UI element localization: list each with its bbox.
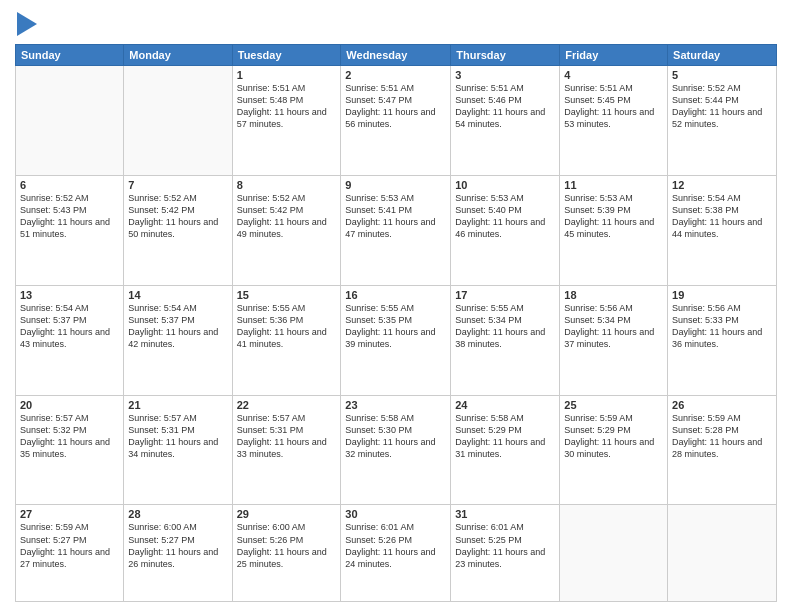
day-number: 22: [237, 399, 337, 411]
calendar-cell: 18Sunrise: 5:56 AM Sunset: 5:34 PM Dayli…: [560, 285, 668, 395]
day-number: 8: [237, 179, 337, 191]
calendar-cell: 21Sunrise: 5:57 AM Sunset: 5:31 PM Dayli…: [124, 395, 232, 505]
calendar-cell: 26Sunrise: 5:59 AM Sunset: 5:28 PM Dayli…: [668, 395, 777, 505]
calendar-cell: [560, 505, 668, 602]
calendar-cell: 1Sunrise: 5:51 AM Sunset: 5:48 PM Daylig…: [232, 66, 341, 176]
day-info: Sunrise: 5:54 AM Sunset: 5:38 PM Dayligh…: [672, 192, 772, 241]
day-number: 1: [237, 69, 337, 81]
calendar-cell: 9Sunrise: 5:53 AM Sunset: 5:41 PM Daylig…: [341, 175, 451, 285]
day-info: Sunrise: 6:00 AM Sunset: 5:27 PM Dayligh…: [128, 521, 227, 570]
day-info: Sunrise: 5:54 AM Sunset: 5:37 PM Dayligh…: [20, 302, 119, 351]
day-number: 16: [345, 289, 446, 301]
calendar-cell: 28Sunrise: 6:00 AM Sunset: 5:27 PM Dayli…: [124, 505, 232, 602]
calendar-cell: 13Sunrise: 5:54 AM Sunset: 5:37 PM Dayli…: [16, 285, 124, 395]
calendar-cell: 16Sunrise: 5:55 AM Sunset: 5:35 PM Dayli…: [341, 285, 451, 395]
day-number: 25: [564, 399, 663, 411]
calendar-week-row: 6Sunrise: 5:52 AM Sunset: 5:43 PM Daylig…: [16, 175, 777, 285]
day-number: 4: [564, 69, 663, 81]
day-header-thursday: Thursday: [451, 45, 560, 66]
calendar-week-row: 1Sunrise: 5:51 AM Sunset: 5:48 PM Daylig…: [16, 66, 777, 176]
calendar-container: SundayMondayTuesdayWednesdayThursdayFrid…: [0, 0, 792, 612]
day-number: 15: [237, 289, 337, 301]
calendar-cell: 14Sunrise: 5:54 AM Sunset: 5:37 PM Dayli…: [124, 285, 232, 395]
day-info: Sunrise: 5:52 AM Sunset: 5:42 PM Dayligh…: [128, 192, 227, 241]
day-number: 27: [20, 508, 119, 520]
day-header-sunday: Sunday: [16, 45, 124, 66]
day-info: Sunrise: 5:55 AM Sunset: 5:34 PM Dayligh…: [455, 302, 555, 351]
day-header-wednesday: Wednesday: [341, 45, 451, 66]
calendar-week-row: 13Sunrise: 5:54 AM Sunset: 5:37 PM Dayli…: [16, 285, 777, 395]
day-info: Sunrise: 5:56 AM Sunset: 5:33 PM Dayligh…: [672, 302, 772, 351]
day-info: Sunrise: 5:59 AM Sunset: 5:29 PM Dayligh…: [564, 412, 663, 461]
day-number: 10: [455, 179, 555, 191]
calendar-cell: 23Sunrise: 5:58 AM Sunset: 5:30 PM Dayli…: [341, 395, 451, 505]
calendar-cell: [124, 66, 232, 176]
calendar-cell: 10Sunrise: 5:53 AM Sunset: 5:40 PM Dayli…: [451, 175, 560, 285]
day-info: Sunrise: 5:53 AM Sunset: 5:40 PM Dayligh…: [455, 192, 555, 241]
day-info: Sunrise: 5:58 AM Sunset: 5:30 PM Dayligh…: [345, 412, 446, 461]
header: [15, 10, 777, 36]
calendar-cell: 30Sunrise: 6:01 AM Sunset: 5:26 PM Dayli…: [341, 505, 451, 602]
day-number: 20: [20, 399, 119, 411]
day-number: 23: [345, 399, 446, 411]
calendar-cell: 7Sunrise: 5:52 AM Sunset: 5:42 PM Daylig…: [124, 175, 232, 285]
calendar-cell: 8Sunrise: 5:52 AM Sunset: 5:42 PM Daylig…: [232, 175, 341, 285]
day-number: 3: [455, 69, 555, 81]
calendar-cell: 2Sunrise: 5:51 AM Sunset: 5:47 PM Daylig…: [341, 66, 451, 176]
calendar-week-row: 27Sunrise: 5:59 AM Sunset: 5:27 PM Dayli…: [16, 505, 777, 602]
day-info: Sunrise: 5:51 AM Sunset: 5:47 PM Dayligh…: [345, 82, 446, 131]
day-number: 18: [564, 289, 663, 301]
day-info: Sunrise: 5:59 AM Sunset: 5:27 PM Dayligh…: [20, 521, 119, 570]
day-info: Sunrise: 5:52 AM Sunset: 5:42 PM Dayligh…: [237, 192, 337, 241]
day-number: 29: [237, 508, 337, 520]
day-header-saturday: Saturday: [668, 45, 777, 66]
day-number: 30: [345, 508, 446, 520]
day-info: Sunrise: 5:53 AM Sunset: 5:41 PM Dayligh…: [345, 192, 446, 241]
calendar-cell: 19Sunrise: 5:56 AM Sunset: 5:33 PM Dayli…: [668, 285, 777, 395]
day-number: 9: [345, 179, 446, 191]
day-info: Sunrise: 5:52 AM Sunset: 5:43 PM Dayligh…: [20, 192, 119, 241]
calendar-cell: 22Sunrise: 5:57 AM Sunset: 5:31 PM Dayli…: [232, 395, 341, 505]
calendar-cell: 15Sunrise: 5:55 AM Sunset: 5:36 PM Dayli…: [232, 285, 341, 395]
day-info: Sunrise: 5:56 AM Sunset: 5:34 PM Dayligh…: [564, 302, 663, 351]
day-info: Sunrise: 5:53 AM Sunset: 5:39 PM Dayligh…: [564, 192, 663, 241]
day-info: Sunrise: 5:51 AM Sunset: 5:48 PM Dayligh…: [237, 82, 337, 131]
day-info: Sunrise: 5:57 AM Sunset: 5:31 PM Dayligh…: [237, 412, 337, 461]
day-number: 14: [128, 289, 227, 301]
day-info: Sunrise: 5:58 AM Sunset: 5:29 PM Dayligh…: [455, 412, 555, 461]
day-number: 26: [672, 399, 772, 411]
calendar-cell: 12Sunrise: 5:54 AM Sunset: 5:38 PM Dayli…: [668, 175, 777, 285]
calendar-cell: 29Sunrise: 6:00 AM Sunset: 5:26 PM Dayli…: [232, 505, 341, 602]
calendar-cell: 5Sunrise: 5:52 AM Sunset: 5:44 PM Daylig…: [668, 66, 777, 176]
calendar-cell: 24Sunrise: 5:58 AM Sunset: 5:29 PM Dayli…: [451, 395, 560, 505]
calendar-cell: 3Sunrise: 5:51 AM Sunset: 5:46 PM Daylig…: [451, 66, 560, 176]
calendar-cell: 17Sunrise: 5:55 AM Sunset: 5:34 PM Dayli…: [451, 285, 560, 395]
calendar-cell: [668, 505, 777, 602]
day-info: Sunrise: 5:59 AM Sunset: 5:28 PM Dayligh…: [672, 412, 772, 461]
day-number: 28: [128, 508, 227, 520]
day-number: 19: [672, 289, 772, 301]
logo-icon: [17, 12, 37, 36]
day-number: 12: [672, 179, 772, 191]
day-info: Sunrise: 6:00 AM Sunset: 5:26 PM Dayligh…: [237, 521, 337, 570]
day-info: Sunrise: 5:55 AM Sunset: 5:36 PM Dayligh…: [237, 302, 337, 351]
day-header-friday: Friday: [560, 45, 668, 66]
day-info: Sunrise: 6:01 AM Sunset: 5:25 PM Dayligh…: [455, 521, 555, 570]
day-number: 31: [455, 508, 555, 520]
day-info: Sunrise: 5:51 AM Sunset: 5:45 PM Dayligh…: [564, 82, 663, 131]
day-info: Sunrise: 6:01 AM Sunset: 5:26 PM Dayligh…: [345, 521, 446, 570]
calendar-header-row: SundayMondayTuesdayWednesdayThursdayFrid…: [16, 45, 777, 66]
day-info: Sunrise: 5:55 AM Sunset: 5:35 PM Dayligh…: [345, 302, 446, 351]
calendar-table: SundayMondayTuesdayWednesdayThursdayFrid…: [15, 44, 777, 602]
logo: [15, 14, 37, 36]
calendar-cell: 25Sunrise: 5:59 AM Sunset: 5:29 PM Dayli…: [560, 395, 668, 505]
day-header-monday: Monday: [124, 45, 232, 66]
calendar-cell: 31Sunrise: 6:01 AM Sunset: 5:25 PM Dayli…: [451, 505, 560, 602]
day-number: 17: [455, 289, 555, 301]
day-number: 13: [20, 289, 119, 301]
day-info: Sunrise: 5:57 AM Sunset: 5:31 PM Dayligh…: [128, 412, 227, 461]
day-info: Sunrise: 5:52 AM Sunset: 5:44 PM Dayligh…: [672, 82, 772, 131]
day-header-tuesday: Tuesday: [232, 45, 341, 66]
day-number: 11: [564, 179, 663, 191]
calendar-cell: 6Sunrise: 5:52 AM Sunset: 5:43 PM Daylig…: [16, 175, 124, 285]
